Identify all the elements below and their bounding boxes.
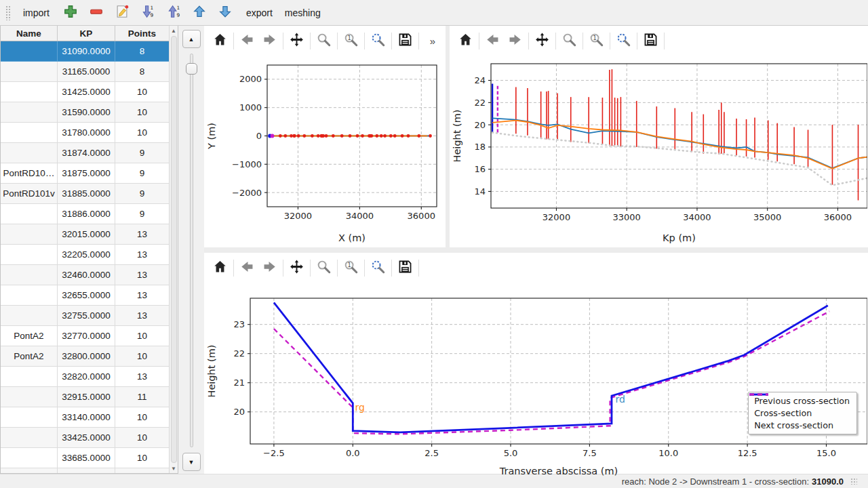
cell-name[interactable] [1,123,58,142]
table-row[interactable]: 31874.00009 [1,143,169,163]
cell-kp[interactable]: 32655.0000 [58,285,115,305]
cell-name[interactable] [1,265,58,285]
cell-kp[interactable] [58,468,115,473]
zoom-button[interactable] [313,257,335,279]
save-button[interactable] [394,257,416,279]
table-row[interactable]: 32015.000013 [1,224,169,245]
export-button[interactable]: export [240,4,279,22]
cell-points[interactable]: 10 [115,428,169,447]
cell-kp[interactable]: 32205.0000 [58,245,115,264]
cell-kp[interactable]: 31590.0000 [58,102,115,122]
cell-points[interactable]: 8 [115,41,169,61]
save-button[interactable] [639,30,662,52]
scroll-up-icon[interactable]: ▲ [170,26,178,35]
cell-kp[interactable]: 33685.0000 [58,448,115,468]
cell-points[interactable]: 9 [115,204,169,224]
table-row[interactable]: 31090.00008 [1,41,169,62]
scroll-down-icon[interactable]: ▼ [170,464,178,473]
cell-points[interactable]: 13 [115,245,169,264]
table-row[interactable]: 33140.000010 [1,407,169,428]
zoom-one-button[interactable]: 1 [340,257,362,279]
table-row[interactable]: 32820.000013 [1,367,169,387]
table-row[interactable]: 32460.000013 [1,265,169,285]
cell-name[interactable] [1,407,58,427]
zoom-one-button[interactable]: 1 [585,30,608,52]
cell-points[interactable]: 10 [115,82,169,102]
column-header-points[interactable]: Points [115,26,169,41]
toolbar-overflow-chevron[interactable]: » [425,35,441,47]
forward-button[interactable] [258,257,281,279]
cell-name[interactable]: PontA2 [1,346,58,366]
cell-kp[interactable]: 32820.0000 [58,367,115,386]
table-row[interactable]: 31780.000010 [1,123,169,143]
longitudinal-profile-plot[interactable]: 3200033000340003500036000141618202224Kp … [450,56,868,247]
cell-points[interactable]: 13 [115,367,169,386]
column-header-name[interactable]: Name [1,26,58,41]
home-button[interactable] [209,257,231,279]
cell-kp[interactable]: 31874.0000 [58,143,115,163]
cell-points[interactable]: 13 [115,265,169,285]
slider-track[interactable] [182,54,201,447]
table-row[interactable]: 33685.000010 [1,448,169,468]
cell-kp[interactable]: 32800.0000 [58,346,115,366]
cell-kp[interactable]: 31780.0000 [58,123,115,142]
cell-points[interactable]: 10 [115,123,169,142]
back-button[interactable] [481,30,504,52]
cell-kp[interactable]: 31885.0000 [58,184,115,203]
cell-points[interactable]: 10 [115,407,169,427]
pan-button[interactable] [285,257,308,279]
zoom-fit-button[interactable] [612,30,635,52]
save-button[interactable] [394,30,416,52]
cell-name[interactable] [1,224,58,244]
home-button[interactable] [209,30,231,52]
cell-kp[interactable]: 32015.0000 [58,224,115,244]
cell-name[interactable] [1,468,58,473]
slider-up-button[interactable]: ▲ [182,30,201,48]
cell-points[interactable]: 13 [115,306,169,325]
cell-points[interactable]: 13 [115,285,169,305]
cell-kp[interactable]: 32460.0000 [58,265,115,285]
sort-descending-button[interactable]: 19 [137,3,159,23]
cell-kp[interactable]: 32755.0000 [58,306,115,325]
cell-name[interactable] [1,387,58,407]
cell-name[interactable] [1,285,58,305]
cell-points[interactable]: 11 [115,387,169,407]
cell-kp[interactable]: 31886.0000 [58,204,115,224]
table-row[interactable]: PontRD101v31885.00009 [1,184,169,204]
table-scrollbar[interactable]: ▲ ▼ [169,26,178,473]
cell-name[interactable] [1,448,58,468]
sort-ascending-button[interactable]: 19 [163,3,184,23]
cell-name[interactable] [1,367,58,386]
cell-name[interactable] [1,62,58,81]
cell-name[interactable]: PontA2 [1,326,58,346]
back-button[interactable] [236,257,258,279]
toolbar-drag-handle[interactable] [5,5,10,20]
pan-button[interactable] [531,30,553,52]
cell-points[interactable]: 9 [115,184,169,203]
cell-kp[interactable]: 33425.0000 [58,428,115,447]
cell-points[interactable]: 9 [115,163,169,183]
slider-handle[interactable] [186,63,197,75]
table-row[interactable] [1,468,169,473]
table-row[interactable]: PontRD10…31875.00009 [1,163,169,184]
cell-kp[interactable]: 31875.0000 [58,163,115,183]
cell-name[interactable] [1,143,58,163]
remove-cross-section-button[interactable] [85,3,107,23]
table-row[interactable]: 31425.000010 [1,82,169,102]
zoom-button[interactable] [558,30,580,52]
cell-kp[interactable]: 32915.0000 [58,387,115,407]
cell-points[interactable]: 10 [115,102,169,122]
table-row[interactable]: 31590.000010 [1,102,169,123]
zoom-one-button[interactable]: 1 [340,30,362,52]
meshing-button[interactable]: meshing [279,4,327,22]
edit-cross-section-button[interactable] [111,3,133,23]
cell-name[interactable] [1,102,58,122]
table-row[interactable]: 32915.000011 [1,387,169,407]
cell-name[interactable] [1,245,58,264]
cell-kp[interactable]: 31425.0000 [58,82,115,102]
cell-kp[interactable]: 31165.0000 [58,62,115,81]
cell-kp[interactable]: 32770.0000 [58,326,115,346]
cell-points[interactable] [115,468,169,473]
horizontal-splitter[interactable] [204,247,868,253]
cell-points[interactable]: 10 [115,346,169,366]
